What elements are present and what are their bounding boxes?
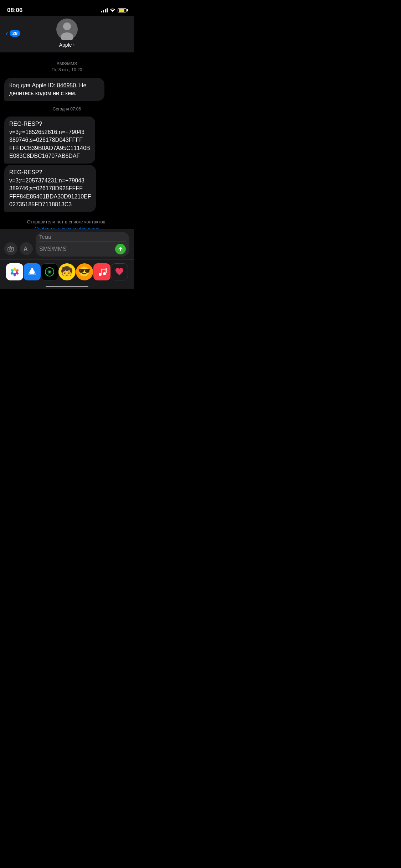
dock-findmy[interactable] <box>41 263 58 280</box>
memoji2-emoji: 😎 <box>78 266 91 278</box>
wifi-icon <box>110 8 115 13</box>
apple-id-code: 846950 <box>57 82 76 88</box>
input-left-icons: A <box>4 242 33 255</box>
svg-point-19 <box>103 272 106 275</box>
contact-name-label: Apple <box>59 42 72 48</box>
subject-placeholder[interactable]: Тема <box>39 234 126 242</box>
message-bubble-1: Код для Apple ID: 846950. Не делитесь ко… <box>4 78 104 101</box>
contact-info[interactable]: Apple › <box>56 19 78 48</box>
svg-rect-3 <box>8 247 14 251</box>
svg-point-18 <box>99 273 102 276</box>
back-chevron-icon: ‹ <box>6 30 8 37</box>
contact-chevron-icon: › <box>73 42 75 48</box>
svg-point-17 <box>48 271 51 273</box>
message-bubble-2: REG-RESP?v=3;r=1852652616;n=+79043389746… <box>4 117 95 164</box>
dock-memoji2[interactable]: 😎 <box>76 263 93 280</box>
message-input-container[interactable]: Тема SMS/MMS <box>36 232 129 257</box>
dock-appstore[interactable] <box>24 263 41 280</box>
dock-photos[interactable] <box>6 263 23 280</box>
svg-text:A: A <box>24 246 28 252</box>
input-bar: A Тема SMS/MMS <box>0 229 134 259</box>
dock-memoji1[interactable]: 🧒 <box>58 263 76 280</box>
date-label-1: SMS/MMS Пт, 8 окт., 10:20 <box>4 61 129 73</box>
status-icons <box>101 8 127 13</box>
svg-point-4 <box>10 248 12 250</box>
status-bar: 08:06 <box>0 0 134 16</box>
unread-badge: 29 <box>10 30 20 37</box>
dock-fitness[interactable] <box>111 263 128 280</box>
appstore-compose-button[interactable]: A <box>20 242 33 255</box>
home-indicator <box>46 286 88 287</box>
signal-icon <box>101 8 108 12</box>
svg-rect-5 <box>10 246 11 247</box>
svg-rect-22 <box>101 269 107 270</box>
dock: 🧒 😎 <box>0 259 134 289</box>
send-button[interactable] <box>115 244 126 254</box>
camera-button[interactable] <box>4 242 17 255</box>
message-header: ‹ 29 Apple › <box>0 16 134 52</box>
avatar <box>56 19 78 40</box>
status-time: 08:06 <box>7 7 22 14</box>
contact-name-row[interactable]: Apple › <box>59 42 74 48</box>
battery-icon <box>118 8 127 12</box>
message-bubble-3: REG-RESP?v=3;r=2057374231;n=+79043389746… <box>4 165 96 212</box>
svg-point-13 <box>13 270 16 273</box>
today-label: Сегодня 07:06 <box>4 107 129 112</box>
message-placeholder[interactable]: SMS/MMS <box>39 246 113 252</box>
memoji1-emoji: 🧒 <box>61 266 73 278</box>
svg-point-1 <box>63 22 71 30</box>
message-input-row: SMS/MMS <box>39 244 126 254</box>
back-button[interactable]: ‹ 29 <box>6 30 20 37</box>
dock-music[interactable] <box>93 263 110 280</box>
